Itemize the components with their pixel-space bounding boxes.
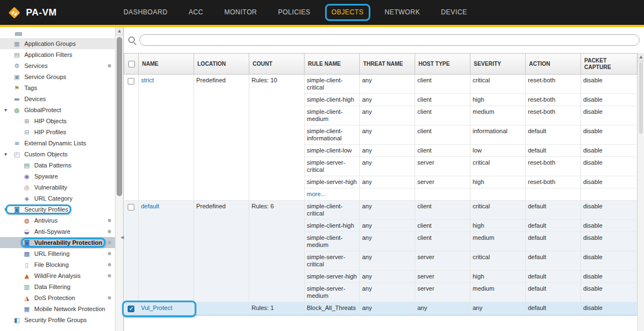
name-cell-vul-protect: Vul_Protect (139, 302, 194, 316)
row-checkbox-default[interactable] (128, 204, 134, 211)
sidebar-item-dos-protection[interactable]: ◮DoS Protection (0, 292, 115, 303)
nav-tab-monitor[interactable]: MONITOR (214, 0, 268, 25)
main-content: NAMELOCATIONCOUNTRULE NAMETHREAT NAMEHOS… (124, 27, 644, 331)
column-header-location[interactable]: LOCATION (194, 54, 249, 75)
sidebar-item-external-dynamic-lists[interactable]: ≡External Dynamic Lists (0, 138, 115, 149)
sidebar-item-data-filtering[interactable]: ▥Data Filtering (0, 281, 115, 292)
chevron-down-icon[interactable]: ▾ (4, 207, 13, 212)
packet-capture-cell: disable (581, 125, 637, 145)
nav-tab-dashboard[interactable]: DASHBOARD (113, 0, 179, 25)
sidebar-item-hip-profiles[interactable]: ⊟HIP Profiles (0, 127, 115, 138)
sidebar-item-hip-objects[interactable]: ⊞HIP Objects (0, 115, 115, 127)
location-cell: Predefined (194, 201, 249, 302)
nav-tab-objects[interactable]: OBJECTS (321, 0, 374, 25)
sidebar-item-label-anti-spyware: Anti-Spyware (34, 228, 70, 235)
action-cell: default (526, 232, 581, 251)
sidebar-item-url-category[interactable]: ◈URL Category (0, 193, 115, 204)
chevron-down-icon[interactable]: ▾ (4, 151, 13, 157)
column-header-count[interactable]: COUNT (249, 54, 305, 75)
packet-capture-cell (581, 188, 637, 201)
sidebar-item-devices[interactable]: ▬Devices (0, 93, 115, 104)
nav-tab-device[interactable]: DEVICE (431, 0, 478, 25)
main-scroll-up-button[interactable]: ▲ (638, 53, 644, 61)
sidebar-item-service-groups[interactable]: ▣Service Groups (0, 71, 115, 82)
sidebar-item-vulnerability[interactable]: ◎Vulnerability (0, 182, 115, 193)
sidebar-scrollbar-thumb[interactable] (117, 37, 122, 196)
sidebar-item-services[interactable]: ⚙Services (0, 60, 115, 71)
sidebar-item-wildfire-analysis[interactable]: ▲WildFire Analysis (0, 270, 115, 281)
wildfire-analysis-icon: ▲ (23, 272, 31, 280)
action-cell (526, 188, 581, 201)
profile-name-link-default[interactable]: default (141, 203, 159, 209)
main-scrollbar-thumb[interactable] (639, 62, 643, 134)
sidebar-item-tags[interactable]: ⚑Tags (0, 82, 115, 93)
profile-name-link-vul-protect[interactable]: Vul_Protect (141, 304, 172, 311)
sidebar-item-data-patterns[interactable]: ▤Data Patterns (0, 160, 115, 171)
rule-name-cell: simple-client-critical (305, 201, 360, 220)
count-cell: Rules: 1 (249, 302, 305, 316)
header-checkbox-cell (124, 54, 139, 75)
action-cell: reset-both (526, 176, 581, 188)
sidebar-item-custom-objects[interactable]: ▾◰Custom Objects (0, 149, 115, 160)
status-dot (108, 219, 111, 222)
search-icon (128, 36, 135, 43)
main-scrollbar[interactable]: ▲ (637, 53, 644, 331)
host-type-cell: client (415, 145, 470, 157)
column-header-host-type[interactable]: HOST TYPE (415, 54, 470, 75)
rule-name-cell: simple-server-high (305, 176, 360, 188)
profile-name-link-strict[interactable]: strict (141, 77, 154, 83)
sidebar-item-spyware[interactable]: ◉Spyware (0, 171, 115, 182)
sidebar-scroll-up-button[interactable]: ▲ (116, 27, 123, 35)
sidebar-scrollbar[interactable]: ▲ (115, 27, 123, 331)
row-checkbox-vul-protect[interactable] (128, 306, 134, 312)
hip-objects-icon: ⊞ (23, 118, 31, 125)
sidebar-item-file-blocking[interactable]: ▯File Blocking (0, 259, 115, 270)
location-cell: Predefined (194, 75, 249, 201)
host-type-cell: server (415, 271, 470, 283)
action-cell: reset-both (526, 75, 581, 94)
count-cell: Rules: 6 (249, 201, 305, 302)
sidebar-item-vulnerability-protection[interactable]: ◙Vulnerability Protection (0, 237, 115, 248)
column-header-packet-capture[interactable]: PACKET CAPTURE (581, 54, 637, 75)
app-title: PA-VM (26, 7, 57, 18)
column-header-rule-name[interactable]: RULE NAME (305, 54, 360, 75)
sidebar-item-label-devices: Devices (24, 96, 46, 102)
search-input[interactable] (139, 34, 640, 46)
nav-tab-network[interactable]: NETWORK (374, 0, 431, 25)
severity-cell: low (470, 145, 526, 157)
sidebar-item-mobile-network-protection[interactable]: ▦Mobile Network Protection (0, 303, 115, 314)
sidebar-item-antivirus[interactable]: ◍Antivirus (0, 215, 115, 226)
sidebar-item-url-filtering[interactable]: ▩URL Filtering (0, 248, 115, 259)
packet-capture-cell: disable (581, 302, 637, 316)
column-header-action[interactable]: ACTION (526, 54, 581, 75)
sidebar-item-globalprotect[interactable]: ▾◍GlobalProtect (0, 104, 115, 115)
rule-name-cell: simple-client-medium (305, 106, 360, 125)
severity-cell: medium (470, 283, 526, 302)
table-body: strictPredefinedRules: 10simple-client-c… (124, 75, 637, 316)
nav-tab-acc[interactable]: ACC (178, 0, 214, 25)
sidebar-item-security-profiles[interactable]: ▾◙Security Profiles (0, 204, 115, 215)
column-header-name[interactable]: NAME (139, 54, 194, 75)
more-link[interactable]: more... (307, 191, 326, 197)
sidebar-item-application-groups[interactable]: ▦Application Groups (0, 38, 115, 49)
severity-cell: medium (470, 232, 526, 251)
sidebar-item-label-services: Services (24, 62, 48, 69)
action-cell: reset-both (526, 94, 581, 106)
column-header-threat-name[interactable]: THREAT NAME (360, 54, 415, 75)
threat-name-cell: any (360, 232, 415, 251)
sidebar-item-anti-spyware[interactable]: ◒Anti-Spyware (0, 226, 115, 237)
checkbox-cell-vul-protect (124, 302, 139, 316)
select-all-checkbox[interactable] (128, 61, 135, 67)
chevron-down-icon[interactable]: ▾ (4, 107, 13, 113)
sidebar-item-application-filters[interactable]: ▤Application Filters (0, 49, 115, 60)
threat-name-cell: any (360, 125, 415, 145)
host-type-cell: client (415, 201, 470, 220)
threat-name-cell: any (360, 302, 415, 316)
sidebar-collapse-handle[interactable]: ◀ (121, 235, 124, 240)
threat-name-cell: any (360, 176, 415, 188)
row-checkbox-strict[interactable] (128, 78, 134, 85)
sidebar-item-security-profile-groups[interactable]: ◧Security Profile Groups (0, 314, 115, 325)
severity-cell: critical (470, 201, 526, 220)
nav-tab-policies[interactable]: POLICIES (268, 0, 321, 25)
column-header-severity[interactable]: SEVERITY (470, 54, 526, 75)
